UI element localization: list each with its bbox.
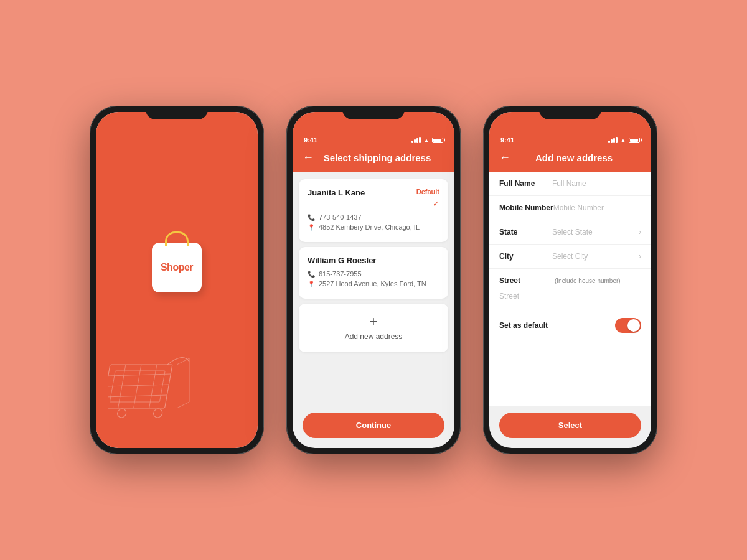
header-row-3: ← Add new address [489,147,651,172]
address-name-1: Juanita L Kane [308,188,365,197]
default-badge: Default [416,188,439,195]
state-select[interactable]: Select State [552,228,639,236]
wifi-icon-3: ▲ [620,137,626,144]
address-name-2: William G Roesler [308,256,376,265]
add-address-card[interactable]: + Add new address [299,304,448,352]
address-location-2: 📍 2527 Hood Avenue, Kyles Ford, TN [308,280,439,287]
svg-line-3 [108,385,169,386]
svg-point-9 [153,409,162,418]
shipping-header: 9:41 ▲ ← [293,112,454,172]
phone-icon-1: 📞 [308,214,315,221]
back-button-3[interactable]: ← [499,152,510,163]
city-row[interactable]: City Select City › [489,245,651,269]
svg-point-8 [117,409,126,418]
address-location-text-2: 2527 Hood Avenue, Kyles Ford, TN [319,280,426,287]
svg-line-10 [177,358,189,365]
shopping-bag-icon: Shoper [152,243,202,292]
toggle-label: Set as default [499,321,615,330]
signal-icon-3 [608,137,618,143]
state-label: State [499,228,552,236]
street-section: Street (Include house number) Street [489,269,651,309]
mobile-label: Mobile Number [499,203,553,212]
phone-splash: Shoper [90,106,264,454]
notch [146,106,208,119]
address-form: Full Name Full Name Mobile Number Mobile… [489,172,651,406]
address-list: Juanita L Kane Default ✓ 📞 773-540-1437 … [293,172,454,406]
address-phone-1: 📞 773-540-1437 [308,213,439,221]
location-icon-1: 📍 [308,224,315,231]
address-card-1[interactable]: Juanita L Kane Default ✓ 📞 773-540-1437 … [299,179,448,242]
phone-shipping: 9:41 ▲ ← [286,106,461,454]
page-title: Select shipping address [321,152,433,163]
address-phone-text-2: 615-737-7955 [319,270,362,278]
svg-line-6 [134,365,141,408]
address-location-1: 📍 4852 Kembery Drive, Chicago, IL [308,223,439,231]
add-address-header: 9:41 ▲ ← [489,112,651,172]
city-label: City [499,252,552,261]
address-card-header-1: Juanita L Kane Default ✓ [308,188,439,208]
check-icon: ✓ [433,199,439,208]
plus-icon: + [370,315,378,329]
street-input-area: Street [489,287,651,309]
svg-line-5 [118,365,126,408]
default-toggle[interactable] [615,318,641,333]
chevron-right-icon-state: › [639,228,641,236]
wifi-icon: ▲ [423,137,430,144]
address-card-2[interactable]: William G Roesler 📞 615-737-7955 📍 2527 … [299,247,448,299]
cta-area: Continue [293,406,454,448]
svg-line-7 [149,365,157,408]
phone-add-address: 9:41 ▲ ← [483,106,657,454]
status-bar: 9:41 ▲ [293,129,454,147]
battery-icon-3 [629,138,640,143]
mobile-input[interactable]: Mobile Number [553,203,641,212]
street-hint: (Include house number) [555,278,621,284]
svg-line-4 [108,395,167,397]
toggle-row: Set as default [489,309,651,342]
battery-icon [432,138,443,143]
state-row[interactable]: State Select State › [489,220,651,245]
splash-screen: Shoper [96,112,258,448]
location-icon-2: 📍 [308,281,315,287]
signal-icon [411,137,421,143]
cta-area-3: Select [489,406,651,448]
status-icons: ▲ [411,137,443,144]
status-time: 9:41 [304,136,317,144]
toggle-knob [627,319,640,332]
cart-wireframe-icon [108,340,208,423]
shipping-screen: 9:41 ▲ ← [293,112,454,448]
street-label-row: Street (Include house number) [489,269,651,287]
svg-line-11 [177,402,189,408]
status-time-3: 9:41 [500,136,514,144]
page-title-3: Add new address [518,152,630,163]
address-phone-text-1: 773-540-1437 [319,213,362,221]
notch [539,106,601,119]
logo-text: Shoper [161,262,193,273]
status-icons-3: ▲ [608,137,640,144]
address-phone-2: 📞 615-737-7955 [308,270,439,278]
phone-icon-2: 📞 [308,271,315,278]
status-bar-3: 9:41 ▲ [489,129,651,147]
city-select[interactable]: Select City [552,252,639,261]
notch [342,106,405,119]
select-button[interactable]: Select [499,413,641,438]
mobile-row: Mobile Number Mobile Number [489,196,651,220]
logo-container: Shoper [152,243,202,292]
chevron-right-icon-city: › [639,252,641,261]
fullname-label: Full Name [499,179,552,188]
street-input[interactable]: Street [499,292,519,301]
address-card-header-2: William G Roesler [308,256,439,265]
add-address-screen: 9:41 ▲ ← [489,112,651,448]
fullname-input[interactable]: Full Name [552,179,641,188]
address-location-text-1: 4852 Kembery Drive, Chicago, IL [319,223,420,231]
header-row: ← Select shipping address [293,147,454,172]
add-address-label: Add new address [345,332,403,341]
street-label: Street [499,276,552,285]
fullname-row: Full Name Full Name [489,172,651,196]
back-button[interactable]: ← [303,152,314,163]
continue-button[interactable]: Continue [303,413,444,438]
